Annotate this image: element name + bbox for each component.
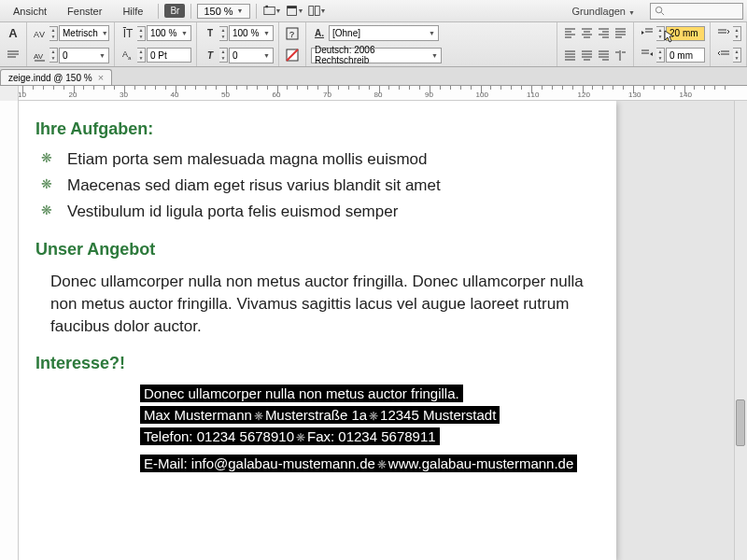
vscale-spinner[interactable]: ▲▼ <box>137 26 146 41</box>
align-spine-icon[interactable] <box>613 48 628 63</box>
contact-line: E-Mail: info@galabau-mustemann.de❋www.ga… <box>140 455 577 472</box>
vertical-ruler <box>0 101 19 560</box>
list-item: Etiam porta sem malesuada magna mollis e… <box>67 150 599 169</box>
justify-right-icon[interactable] <box>596 48 612 63</box>
zoom-level[interactable]: 150 %▼ <box>197 4 249 19</box>
list-item: Maecenas sed diam eget risus varius blan… <box>67 176 599 195</box>
heading-interest: Interesse?! <box>35 354 599 373</box>
menu-window[interactable]: Fenster <box>58 3 111 20</box>
hscale-spinner[interactable]: ▲▼ <box>219 26 228 41</box>
svg-text:V: V <box>39 30 45 39</box>
baseline-field[interactable]: 0 Pt <box>147 48 191 63</box>
workspace-dropdown[interactable]: Grundlagen ▼ <box>565 4 643 19</box>
baseline-icon: Aa <box>120 47 136 63</box>
page: Ihre Aufgaben: Etiam porta sem malesuada… <box>19 101 616 560</box>
charstyle-field[interactable]: [Ohne]▼ <box>329 25 439 41</box>
svg-line-7 <box>661 12 664 15</box>
svg-rect-5 <box>315 7 319 16</box>
stroke-swatch-icon[interactable] <box>284 47 301 63</box>
heading-offer: Unser Angebot <box>35 240 599 259</box>
hscale-icon: T <box>202 25 218 42</box>
kerning-icon: AV <box>32 25 49 42</box>
hscale-field[interactable]: 100 %▼ <box>229 25 274 41</box>
more-top-icon[interactable] <box>715 25 732 42</box>
tab-label: zeige.indd @ 150 % <box>8 73 92 83</box>
svg-point-6 <box>655 7 661 12</box>
svg-text:a: a <box>128 55 132 61</box>
space-after-field[interactable]: 0 mm <box>666 48 705 63</box>
search-input[interactable] <box>650 3 743 20</box>
contact-line: Donec ullamcorper nulla non metus auctor… <box>140 385 463 402</box>
body-paragraph: Donec ullamcorper nulla non metus auctor… <box>35 271 599 337</box>
indent-left-icon <box>639 25 655 42</box>
skew-icon: T <box>202 47 218 63</box>
indent-right-icon <box>639 47 655 63</box>
justify-icon[interactable] <box>613 26 628 41</box>
view-options-icon[interactable]: ▼ <box>262 3 283 20</box>
justify-left-icon[interactable] <box>562 48 578 63</box>
list-item: Vestibulum id ligula porta felis euismod… <box>67 203 599 221</box>
task-list: Etiam porta sem malesuada magna mollis e… <box>35 150 599 221</box>
para-mode-icon[interactable] <box>5 47 21 63</box>
sp2[interactable]: ▲▼ <box>733 48 741 63</box>
more-bottom-icon[interactable] <box>715 47 732 63</box>
align-right-icon[interactable] <box>596 26 612 41</box>
tracking-spinner[interactable]: ▲▼ <box>49 48 58 63</box>
space-after-spinner[interactable]: ▲▼ <box>656 48 665 63</box>
contact-block: Donec ullamcorper nulla non metus auctor… <box>35 385 599 476</box>
space-before-field[interactable]: 20 mm <box>666 26 705 41</box>
skew-field[interactable]: 0▼ <box>229 48 274 63</box>
tracking-icon: AV <box>32 47 49 63</box>
menu-help[interactable]: Hilfe <box>113 3 152 20</box>
tab-close-icon[interactable]: × <box>98 72 104 83</box>
char-mode-icon[interactable]: A <box>5 25 21 42</box>
vertical-scrollbar[interactable] <box>734 101 747 560</box>
svg-rect-0 <box>263 7 274 14</box>
charstyle-icon: A. <box>311 25 328 42</box>
workspace: Ihre Aufgaben: Etiam porta sem malesuada… <box>0 101 747 560</box>
svg-rect-1 <box>265 6 267 7</box>
contact-line: Max Mustermann❋Musterstraße 1a❋12345 Mus… <box>140 406 500 424</box>
svg-rect-3 <box>287 7 296 8</box>
svg-text:?: ? <box>289 30 294 39</box>
tracking-field[interactable]: 0▼ <box>59 48 109 63</box>
screen-mode-icon[interactable]: ▼ <box>285 3 305 20</box>
menu-view[interactable]: Ansicht <box>4 3 56 20</box>
justify-center-icon[interactable] <box>579 48 595 63</box>
align-left-icon[interactable] <box>562 26 578 41</box>
vscale-icon: ĪT <box>120 25 136 42</box>
svg-rect-4 <box>308 7 313 16</box>
svg-text:AV: AV <box>34 52 44 61</box>
heading-tasks: Ihre Aufgaben: <box>35 119 599 139</box>
baseline-spinner[interactable]: ▲▼ <box>137 48 146 63</box>
kerning-mode[interactable]: Metrisch▼ <box>59 25 109 41</box>
canvas[interactable]: Ihre Aufgaben: Etiam porta sem malesuada… <box>19 101 747 560</box>
tab-bar: zeige.indd @ 150 % × <box>0 67 747 86</box>
arrange-icon[interactable]: ▼ <box>307 3 328 20</box>
language-field[interactable]: Deutsch: 2006 Rechtschreib▼ <box>311 48 442 63</box>
cursor-icon <box>664 30 675 45</box>
contact-line: Telefon: 01234 5678910❋Fax: 01234 567891… <box>140 427 440 445</box>
menubar: Ansicht Fenster Hilfe Br 150 %▼ ▼ ▼ ▼ Gr… <box>0 0 747 22</box>
align-center-icon[interactable] <box>579 26 595 41</box>
bridge-button[interactable]: Br <box>164 4 185 18</box>
horizontal-ruler: 102030405060708090100110120130140 <box>0 86 747 101</box>
skew-spinner[interactable]: ▲▼ <box>219 48 228 63</box>
scrollbar-thumb[interactable] <box>736 399 745 446</box>
sp1[interactable]: ▲▼ <box>733 26 741 41</box>
kerning-spinner[interactable]: ▲▼ <box>49 26 58 41</box>
document-tab[interactable]: zeige.indd @ 150 % × <box>0 69 112 85</box>
vscale-field[interactable]: 100 %▼ <box>147 25 191 41</box>
control-panel: A AV ▲▼ Metrisch▼ AV ▲▼ 0▼ ĪT ▲▼ 100 %▼ … <box>0 22 747 67</box>
fill-swatch-icon[interactable]: ? <box>284 25 301 42</box>
